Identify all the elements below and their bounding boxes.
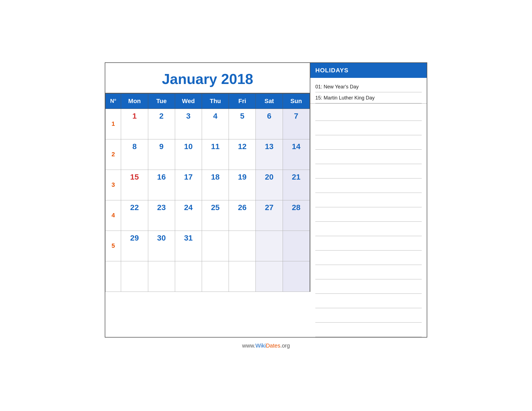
note-line-12[interactable] — [315, 279, 422, 294]
day-cell-w5-d2[interactable] — [175, 261, 202, 292]
day-cell-w5-d6[interactable] — [283, 261, 310, 292]
day-cell-w4-d5[interactable] — [256, 231, 283, 261]
holidays-header: HOLIDAYS — [310, 63, 427, 78]
calendar-title: January 2018 — [105, 63, 310, 93]
day-cell-w1-d1[interactable]: 9 — [148, 139, 175, 170]
day-cell-w2-d0[interactable]: 15 — [121, 170, 148, 200]
note-line-9[interactable] — [315, 236, 422, 251]
note-line-6[interactable] — [315, 193, 422, 207]
calendar-grid: N° Mon Tue Wed Thu Fri Sat Sun 112345672… — [105, 93, 310, 292]
day-cell-w5-d5[interactable] — [256, 261, 283, 292]
day-cell-w3-d1[interactable]: 23 — [148, 200, 175, 231]
week-num-0: 1 — [106, 109, 121, 139]
day-cell-w2-d1[interactable]: 16 — [148, 170, 175, 200]
day-cell-w1-d3[interactable]: 11 — [202, 139, 229, 170]
note-line-4[interactable] — [315, 164, 422, 178]
holidays-list: 01: New Year's Day 15: Martin Luther Kin… — [310, 78, 427, 104]
day-cell-w0-d3[interactable]: 4 — [202, 109, 229, 139]
note-line-14[interactable] — [315, 308, 422, 323]
day-cell-w1-d2[interactable]: 10 — [175, 139, 202, 170]
day-cell-w4-d1[interactable]: 30 — [148, 231, 175, 261]
day-cell-w3-d6[interactable]: 28 — [283, 200, 310, 231]
day-cell-w3-d0[interactable]: 22 — [121, 200, 148, 231]
note-line-0[interactable] — [315, 106, 422, 121]
note-line-1[interactable] — [315, 121, 422, 135]
col-header-tue: Tue — [148, 93, 175, 109]
day-cell-w0-d1[interactable]: 2 — [148, 109, 175, 139]
footer-wiki: Wiki — [255, 343, 266, 349]
day-cell-w3-d5[interactable]: 27 — [256, 200, 283, 231]
day-cell-w3-d4[interactable]: 26 — [229, 200, 256, 231]
day-cell-w1-d4[interactable]: 12 — [229, 139, 256, 170]
day-cell-w5-d0[interactable] — [121, 261, 148, 292]
col-header-sun: Sun — [283, 93, 310, 109]
notes-lines — [310, 104, 427, 337]
calendar-week-row-4: 5293031 — [106, 231, 310, 261]
day-cell-w3-d2[interactable]: 24 — [175, 200, 202, 231]
day-cell-w1-d6[interactable]: 14 — [283, 139, 310, 170]
footer-www: www. — [242, 343, 255, 349]
note-line-3[interactable] — [315, 150, 422, 164]
day-cell-w2-d4[interactable]: 19 — [229, 170, 256, 200]
calendar-section: January 2018 N° Mon Tue Wed Thu Fri Sat … — [105, 63, 310, 292]
col-header-fri: Fri — [229, 93, 256, 109]
col-header-wed: Wed — [175, 93, 202, 109]
col-header-num: N° — [106, 93, 121, 109]
day-cell-w0-d4[interactable]: 5 — [229, 109, 256, 139]
week-num-3: 4 — [106, 200, 121, 231]
day-cell-w0-d2[interactable]: 3 — [175, 109, 202, 139]
col-header-thu: Thu — [202, 93, 229, 109]
day-cell-w2-d5[interactable]: 20 — [256, 170, 283, 200]
day-cell-w0-d5[interactable]: 6 — [256, 109, 283, 139]
footer: www.WikiDates.org — [242, 343, 290, 349]
day-cell-w3-d3[interactable]: 25 — [202, 200, 229, 231]
day-cell-w2-d6[interactable]: 21 — [283, 170, 310, 200]
holiday-item-1: 15: Martin Luther King Day — [315, 92, 422, 103]
footer-org: .org — [280, 343, 290, 349]
week-num-2: 3 — [106, 170, 121, 200]
note-line-7[interactable] — [315, 207, 422, 222]
day-cell-w2-d3[interactable]: 18 — [202, 170, 229, 200]
calendar-header-row: N° Mon Tue Wed Thu Fri Sat Sun — [106, 93, 310, 109]
page-wrapper: January 2018 N° Mon Tue Wed Thu Fri Sat … — [0, 0, 532, 411]
day-cell-w1-d0[interactable]: 8 — [121, 139, 148, 170]
week-num-4: 5 — [106, 231, 121, 261]
week-num-5 — [106, 261, 121, 292]
day-cell-w4-d0[interactable]: 29 — [121, 231, 148, 261]
calendar-week-row-1: 2891011121314 — [106, 139, 310, 170]
calendar-week-row-3: 422232425262728 — [106, 200, 310, 231]
col-header-mon: Mon — [121, 93, 148, 109]
week-num-1: 2 — [106, 139, 121, 170]
day-cell-w0-d0[interactable]: 1 — [121, 109, 148, 139]
calendar-week-row-0: 11234567 — [106, 109, 310, 139]
note-line-13[interactable] — [315, 294, 422, 308]
day-cell-w5-d1[interactable] — [148, 261, 175, 292]
note-line-10[interactable] — [315, 251, 422, 265]
note-line-11[interactable] — [315, 265, 422, 279]
note-line-8[interactable] — [315, 222, 422, 236]
day-cell-w4-d3[interactable] — [202, 231, 229, 261]
note-line-2[interactable] — [315, 135, 422, 150]
holidays-section: HOLIDAYS 01: New Year's Day 15: Martin L… — [310, 63, 427, 337]
footer-dates: Dates — [266, 343, 280, 349]
day-cell-w1-d5[interactable]: 13 — [256, 139, 283, 170]
calendar-week-row-5 — [106, 261, 310, 292]
calendar-week-row-2: 315161718192021 — [106, 170, 310, 200]
day-cell-w4-d2[interactable]: 31 — [175, 231, 202, 261]
holiday-item-0: 01: New Year's Day — [315, 81, 422, 92]
note-line-15[interactable] — [315, 323, 422, 337]
day-cell-w0-d6[interactable]: 7 — [283, 109, 310, 139]
day-cell-w5-d4[interactable] — [229, 261, 256, 292]
day-cell-w2-d2[interactable]: 17 — [175, 170, 202, 200]
day-cell-w4-d4[interactable] — [229, 231, 256, 261]
note-line-5[interactable] — [315, 178, 422, 193]
day-cell-w5-d3[interactable] — [202, 261, 229, 292]
col-header-sat: Sat — [256, 93, 283, 109]
day-cell-w4-d6[interactable] — [283, 231, 310, 261]
main-content: January 2018 N° Mon Tue Wed Thu Fri Sat … — [105, 62, 427, 338]
